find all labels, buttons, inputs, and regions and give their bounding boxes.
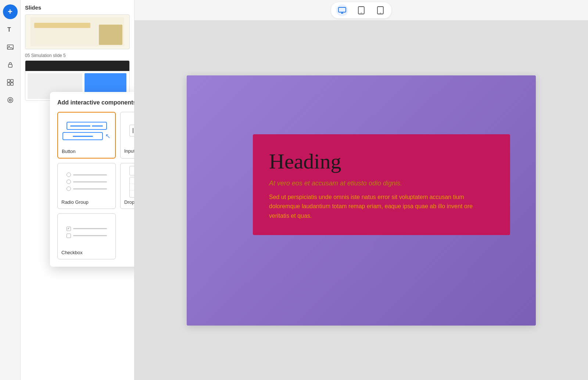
popup-title: Add interactive components: [57, 99, 135, 106]
add-button[interactable]: +: [3, 4, 18, 19]
canvas-area: Heading At vero eos et accusam at etiust…: [135, 0, 588, 380]
button-preview-bar: [67, 122, 107, 130]
svg-rect-11: [338, 7, 346, 12]
slide-content: Heading At vero eos et accusam at etiust…: [187, 75, 536, 326]
svg-rect-7: [11, 83, 13, 85]
svg-text:T: T: [7, 26, 11, 33]
dropdown-preview: ▾: [124, 167, 135, 196]
target-tool-button[interactable]: [3, 93, 18, 107]
radio-group-card-label: Radio Group: [61, 199, 89, 205]
svg-point-15: [380, 13, 381, 13]
slide-heading: Heading: [269, 149, 494, 174]
slides-panel-title: Slides: [25, 4, 130, 11]
components-grid: ↖ Button: [57, 112, 135, 259]
svg-rect-6: [7, 83, 10, 85]
radio-group-component-card[interactable]: Radio Group: [57, 163, 116, 209]
svg-rect-4: [7, 79, 10, 82]
slide-card: Heading At vero eos et accusam at etiust…: [253, 134, 510, 235]
dropdown-preview-box: ▾: [129, 166, 135, 198]
grid-tool-button[interactable]: [3, 75, 18, 90]
checkbox-preview-group: ✓: [67, 227, 107, 238]
slide-body-text: Sed ut perspiciatis unde omnis iste natu…: [269, 192, 494, 221]
image-tool-button[interactable]: [3, 40, 18, 54]
checkbox-card-label: Checkbox: [61, 250, 83, 255]
dropdown-card-label: Dropdown: [124, 199, 135, 205]
slide5-label: 05 Simulation slide 5: [25, 53, 130, 58]
svg-point-10: [10, 100, 11, 100]
tablet-view-button[interactable]: [355, 4, 367, 16]
top-bar: [135, 0, 588, 21]
device-switcher: [331, 2, 391, 18]
checkbox-preview: ✓: [61, 217, 112, 247]
input-field-component-card[interactable]: Input Field: [120, 112, 135, 159]
radio-preview-group: [67, 173, 107, 191]
checkbox-component-card[interactable]: ✓ Checkbox: [57, 213, 116, 259]
input-field-preview: [124, 116, 135, 145]
text-tool-button[interactable]: T: [3, 22, 18, 37]
svg-point-13: [361, 13, 362, 13]
svg-rect-5: [11, 79, 13, 82]
radio-group-preview: [61, 167, 112, 196]
svg-rect-3: [8, 64, 12, 67]
slide-thumbnail-1[interactable]: [25, 14, 130, 49]
button-preview: ↖: [62, 116, 111, 146]
slide-subheading: At vero eos et accusam at etiusto odio d…: [269, 180, 494, 187]
left-toolbar: + T: [0, 0, 21, 380]
button-card-label: Button: [62, 149, 76, 154]
input-field-card-label: Input Field: [124, 148, 135, 154]
slides-panel: Slides 05 Simulation slide 5 Add interac…: [21, 0, 135, 380]
dropdown-component-card[interactable]: ▾ Dropdown: [120, 163, 135, 209]
button-component-card[interactable]: ↖ Button: [57, 112, 116, 159]
lock-tool-button[interactable]: [3, 57, 18, 72]
button-preview-bar2: [62, 132, 103, 140]
input-preview-box: [129, 125, 135, 136]
mobile-view-button[interactable]: [374, 4, 386, 16]
desktop-view-button[interactable]: [336, 4, 348, 16]
slide-canvas: Heading At vero eos et accusam at etiust…: [135, 21, 588, 380]
add-components-popup: Add interactive components ↖: [50, 92, 135, 267]
